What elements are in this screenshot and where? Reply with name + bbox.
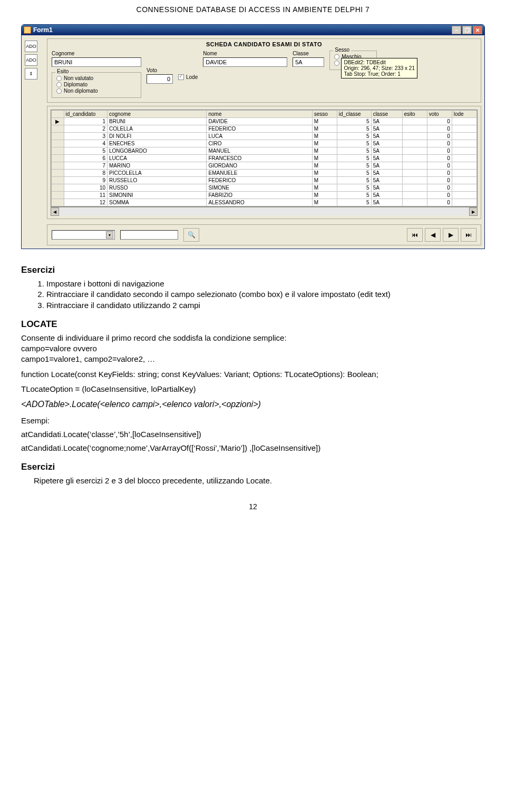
grid-cell[interactable]: M bbox=[312, 140, 337, 147]
grid-cell[interactable]: 5A bbox=[371, 170, 402, 177]
grid-cell[interactable]: 2 bbox=[64, 125, 107, 133]
nav-last-button[interactable]: ⏭ bbox=[461, 228, 476, 242]
table-row[interactable]: ▶1BRUNIDAVIDEM55A0 bbox=[52, 118, 477, 125]
grid-cell[interactable]: 0 bbox=[427, 192, 452, 199]
grid-cell[interactable]: 5 bbox=[337, 177, 371, 184]
grid-cell[interactable]: FEDERICO bbox=[207, 125, 312, 133]
grid-cell[interactable]: 5 bbox=[337, 199, 371, 206]
grid-cell[interactable]: LUCCA bbox=[108, 155, 207, 162]
grid-cell[interactable] bbox=[402, 140, 427, 147]
grid-cell[interactable]: 5A bbox=[371, 192, 402, 199]
grid-cell[interactable]: 12 bbox=[64, 199, 107, 206]
grid-cell[interactable] bbox=[452, 199, 476, 206]
grid-cell[interactable]: 0 bbox=[427, 140, 452, 147]
esito-nondiplomato-radio[interactable]: Non diplomato bbox=[56, 88, 137, 94]
grid-cell[interactable]: FRANCESCO bbox=[207, 155, 312, 162]
grid-cell[interactable]: 5 bbox=[337, 162, 371, 170]
grid-column-header[interactable]: id_candidato bbox=[64, 111, 107, 118]
grid-cell[interactable] bbox=[452, 147, 476, 155]
table-row[interactable]: 8PICCOLELLAEMANUELEM55A0 bbox=[52, 170, 477, 177]
grid-cell[interactable]: 0 bbox=[427, 177, 452, 184]
grid-cell[interactable]: SIMONE bbox=[207, 184, 312, 192]
grid-cell[interactable]: LUCA bbox=[207, 133, 312, 140]
nav-prev-button[interactable]: ◀ bbox=[425, 228, 441, 242]
grid-cell[interactable]: 0 bbox=[427, 125, 452, 133]
grid-cell[interactable] bbox=[402, 162, 427, 170]
ado-conn-icon[interactable]: ADO bbox=[25, 41, 37, 52]
grid-cell[interactable]: SOMMA bbox=[108, 199, 207, 206]
nav-first-button[interactable]: ⏮ bbox=[407, 228, 423, 242]
grid-cell[interactable]: 5 bbox=[337, 140, 371, 147]
grid-cell[interactable]: 5A bbox=[371, 199, 402, 206]
cognome-input[interactable] bbox=[52, 57, 141, 67]
grid-cell[interactable] bbox=[402, 155, 427, 162]
table-row[interactable]: 4ENECHESCIROM55A0 bbox=[52, 140, 477, 147]
grid-cell[interactable]: 5A bbox=[371, 162, 402, 170]
scroll-right-button[interactable]: ▶ bbox=[469, 207, 478, 216]
grid-cell[interactable]: M bbox=[312, 125, 337, 133]
grid-cell[interactable]: DI NOLFI bbox=[108, 133, 207, 140]
grid-cell[interactable]: M bbox=[312, 147, 337, 155]
grid-column-header[interactable]: id_classe bbox=[337, 111, 371, 118]
grid-column-header[interactable]: lode bbox=[452, 111, 476, 118]
grid-cell[interactable]: 8 bbox=[64, 170, 107, 177]
grid-cell[interactable]: 0 bbox=[427, 147, 452, 155]
grid-cell[interactable] bbox=[402, 125, 427, 133]
grid-cell[interactable] bbox=[452, 170, 476, 177]
grid-cell[interactable]: M bbox=[312, 155, 337, 162]
grid-cell[interactable]: EMANUELE bbox=[207, 170, 312, 177]
grid-cell[interactable] bbox=[452, 177, 476, 184]
grid-cell[interactable] bbox=[452, 140, 476, 147]
chevron-down-icon[interactable]: ▼ bbox=[106, 231, 113, 239]
table-row[interactable]: 2COLELLAFEDERICOM55A0 bbox=[52, 125, 477, 133]
grid-cell[interactable]: 9 bbox=[64, 177, 107, 184]
grid-cell[interactable] bbox=[452, 162, 476, 170]
grid-cell[interactable]: MARINO bbox=[108, 162, 207, 170]
grid-cell[interactable]: SIMONINI bbox=[108, 192, 207, 199]
grid-cell[interactable] bbox=[452, 118, 476, 125]
grid-cell[interactable]: ALESSANDRO bbox=[207, 199, 312, 206]
search-button[interactable]: 🔍 bbox=[183, 228, 199, 242]
grid-column-header[interactable]: classe bbox=[371, 111, 402, 118]
table-row[interactable]: 5LONGOBARDOMANUELM55A0 bbox=[52, 147, 477, 155]
table-row[interactable]: 6LUCCAFRANCESCOM55A0 bbox=[52, 155, 477, 162]
grid-cell[interactable]: 5A bbox=[371, 133, 402, 140]
grid-cell[interactable]: FABRIZIO bbox=[207, 192, 312, 199]
grid-cell[interactable]: 0 bbox=[427, 162, 452, 170]
grid-cell[interactable]: M bbox=[312, 192, 337, 199]
grid-cell[interactable]: LONGOBARDO bbox=[108, 147, 207, 155]
esito-diplomato-radio[interactable]: Diplomato bbox=[56, 82, 137, 87]
table-row[interactable]: 9RUSSELLOFEDERICOM55A0 bbox=[52, 177, 477, 184]
grid-cell[interactable]: 0 bbox=[427, 199, 452, 206]
grid-cell[interactable]: PICCOLELLA bbox=[108, 170, 207, 177]
candidati-grid[interactable]: id_candidatocognomenomesessoid_classecla… bbox=[51, 110, 478, 207]
grid-cell[interactable]: 1 bbox=[64, 118, 107, 125]
grid-cell[interactable]: 0 bbox=[427, 133, 452, 140]
grid-cell[interactable]: 6 bbox=[64, 155, 107, 162]
grid-cell[interactable]: 11 bbox=[64, 192, 107, 199]
grid-cell[interactable] bbox=[402, 199, 427, 206]
nome-input[interactable] bbox=[203, 57, 287, 67]
grid-column-header[interactable]: nome bbox=[207, 111, 312, 118]
grid-cell[interactable]: 10 bbox=[64, 184, 107, 192]
grid-column-header[interactable]: voto bbox=[427, 111, 452, 118]
grid-cell[interactable]: 0 bbox=[427, 170, 452, 177]
grid-cell[interactable]: M bbox=[312, 184, 337, 192]
grid-cell[interactable]: 5A bbox=[371, 184, 402, 192]
titlebar[interactable]: Form1 – ❐ ✕ bbox=[22, 25, 484, 35]
grid-cell[interactable] bbox=[452, 155, 476, 162]
grid-cell[interactable]: 5A bbox=[371, 140, 402, 147]
grid-cell[interactable]: M bbox=[312, 170, 337, 177]
grid-cell[interactable]: 5A bbox=[371, 147, 402, 155]
grid-cell[interactable]: 5A bbox=[371, 155, 402, 162]
grid-column-header[interactable]: sesso bbox=[312, 111, 337, 118]
grid-cell[interactable]: 4 bbox=[64, 140, 107, 147]
grid-cell[interactable] bbox=[402, 147, 427, 155]
field-dropdown[interactable]: ▼ bbox=[52, 230, 115, 240]
search-value-input[interactable] bbox=[120, 230, 178, 240]
nav-next-button[interactable]: ▶ bbox=[443, 228, 459, 242]
grid-cell[interactable]: CIRO bbox=[207, 140, 312, 147]
esito-nonvalutato-radio[interactable]: Non valutato bbox=[56, 75, 137, 81]
minimize-button[interactable]: – bbox=[452, 26, 461, 34]
grid-cell[interactable]: 7 bbox=[64, 162, 107, 170]
